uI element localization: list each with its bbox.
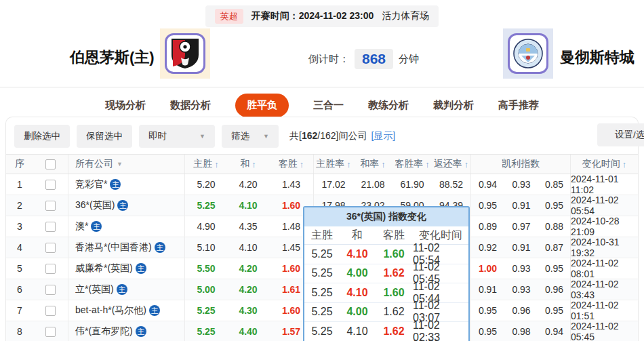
company-cell[interactable]: 澳*主: [68, 216, 185, 237]
home-odds: 5.25: [185, 300, 227, 321]
home-odds: 5.20: [185, 174, 227, 195]
popup-header-away: 客胜: [375, 228, 413, 243]
row-checkbox[interactable]: [45, 243, 56, 253]
kelly-value: 1.00: [471, 258, 504, 279]
table-row: 1竞彩官*主5.204.201.4317.0221.0861.9088.520.…: [6, 174, 638, 195]
header-divider: [0, 87, 644, 87]
row-checkbox[interactable]: [45, 285, 56, 295]
header-home-odds[interactable]: 主胜↑: [185, 155, 227, 174]
company-cell[interactable]: 香港马*(中国香港)主: [68, 237, 185, 258]
row-seq: 6: [6, 279, 33, 300]
analysis-tabs: 现场分析数据分析胜平负三合一教练分析裁判分析高手推荐: [0, 92, 644, 118]
teams-header: 伯恩茅斯(主) 倒计时： 868 分钟: [0, 27, 644, 87]
company-cell[interactable]: 竞彩官*主: [68, 174, 185, 195]
header-away-odds[interactable]: 客胜↑: [269, 155, 314, 174]
countdown-unit: 分钟: [399, 53, 419, 66]
popup-header-home: 主胜: [304, 228, 340, 243]
header-draw-odds[interactable]: 和↑: [227, 155, 269, 174]
host-badge-icon: 主: [91, 221, 102, 232]
match-info-pill: 英超 开赛时间：2024-11-02 23:00 活力体育场: [205, 5, 439, 27]
draw-odds: 4.35: [227, 216, 269, 237]
header-payout-rate[interactable]: 返还率↑: [432, 155, 471, 174]
tab-6[interactable]: 裁判分析: [433, 99, 474, 112]
company-cell[interactable]: bet-at-h*(马尔他)主: [68, 300, 185, 321]
man-city-crest-icon: [512, 37, 544, 70]
company-name: bet-at-h*(马尔他): [75, 304, 146, 317]
tab-1[interactable]: 现场分析: [105, 99, 146, 112]
company-cell[interactable]: 威廉希*(英国)主: [68, 258, 185, 279]
home-odds: 5.50: [185, 258, 227, 279]
kelly-value: 0.96: [538, 279, 571, 300]
settings-button[interactable]: 设置/选择: [597, 123, 644, 146]
popup-draw-odds: 4.00: [340, 267, 375, 279]
header-away-rate[interactable]: 客胜率↑: [393, 155, 432, 174]
row-checkbox[interactable]: [45, 180, 56, 190]
row-checkbox[interactable]: [45, 327, 56, 337]
rate-value: 88.52: [432, 174, 471, 195]
rate-value: 61.90: [393, 174, 432, 195]
delete-selected-button[interactable]: 删除选中: [14, 125, 70, 148]
filter-select[interactable]: 筛选 ▼: [222, 125, 279, 148]
header-company[interactable]: 所有公司 ▼: [68, 155, 185, 174]
tab-2[interactable]: 数据分析: [170, 99, 211, 112]
draw-odds: 4.20: [227, 258, 269, 279]
row-checkbox[interactable]: [45, 201, 56, 211]
change-time: 2024-11-02 08:01: [571, 258, 638, 279]
header-kelly: 凯利指数: [471, 155, 571, 174]
home-odds: 5.10: [185, 237, 227, 258]
kelly-value: 0.93: [504, 258, 538, 279]
time-filter-select[interactable]: 即时 ▼: [139, 125, 215, 148]
popup-header-draw: 和: [340, 228, 375, 243]
host-badge-icon: 主: [136, 326, 146, 337]
tab-5[interactable]: 教练分析: [368, 99, 409, 112]
match-info-strip: 英超 开赛时间：2024-11-02 23:00 活力体育场: [0, 5, 644, 27]
draw-odds: 4.20: [227, 279, 269, 300]
company-cell[interactable]: 36*(英国)主: [68, 195, 185, 216]
change-time: 2024-11-02 05:54: [571, 195, 638, 216]
home-team-name: 伯恩茅斯(主): [70, 47, 155, 68]
row-seq: 5: [6, 258, 33, 279]
home-odds: 5.25: [185, 195, 227, 216]
row-seq: 1: [6, 174, 33, 195]
header-seq: 序: [6, 155, 33, 174]
header-home-rate[interactable]: 主胜率↑: [314, 155, 353, 174]
kelly-value: 0.92: [471, 237, 504, 258]
kelly-value: 0.89: [471, 216, 504, 237]
popup-away-odds: 1.60: [375, 248, 413, 260]
header-change-time[interactable]: 变化时间↑: [571, 155, 638, 174]
sort-asc-icon: ↑: [381, 159, 386, 169]
popup-away-odds: 1.60: [375, 287, 413, 299]
popup-title: 36*(英国) 指数变化: [304, 207, 468, 226]
tab-4[interactable]: 三合一: [313, 99, 344, 112]
row-checkbox[interactable]: [45, 264, 56, 274]
tab-7[interactable]: 高手推荐: [498, 99, 539, 112]
draw-odds: 4.30: [227, 300, 269, 321]
popup-home-odds: 5.25: [304, 287, 340, 299]
company-name: 立*(英国): [75, 283, 114, 296]
change-time: 2024-11-02 05:45: [571, 321, 638, 341]
show-link[interactable]: [显示]: [371, 130, 395, 142]
company-name: 香港马*(中国香港): [75, 241, 152, 254]
kelly-value: 0.94: [538, 321, 571, 341]
chevron-down-icon: ▼: [117, 161, 123, 167]
company-cell[interactable]: 伟*(直布罗陀)主: [68, 321, 185, 341]
keep-selected-button[interactable]: 保留选中: [77, 125, 132, 148]
company-name: 伟*(直布罗陀): [75, 325, 133, 338]
header-draw-rate[interactable]: 和率↑: [353, 155, 393, 174]
row-checkbox[interactable]: [45, 222, 56, 232]
row-seq: 2: [6, 195, 33, 216]
popup-away-odds: 1.62: [375, 325, 413, 338]
row-checkbox[interactable]: [45, 306, 56, 316]
away-odds: 1.43: [269, 174, 314, 195]
toolbar: 删除选中 保留选中 即时 ▼ 筛选 ▼ 共[162/162]间公司 [显示] 设…: [6, 117, 638, 154]
tab-3[interactable]: 胜平负: [235, 94, 289, 117]
kelly-value: 0.88: [538, 216, 571, 237]
kelly-value: 0.98: [504, 321, 538, 341]
draw-odds: 4.10: [227, 195, 269, 216]
kelly-value: 0.93: [504, 174, 538, 195]
home-badge-frame: [165, 33, 205, 74]
sort-asc-icon: ↑: [300, 159, 304, 169]
select-all-checkbox[interactable]: [45, 159, 56, 169]
countdown-label: 倒计时：: [308, 53, 349, 66]
company-cell[interactable]: 立*(英国)主: [68, 279, 185, 300]
